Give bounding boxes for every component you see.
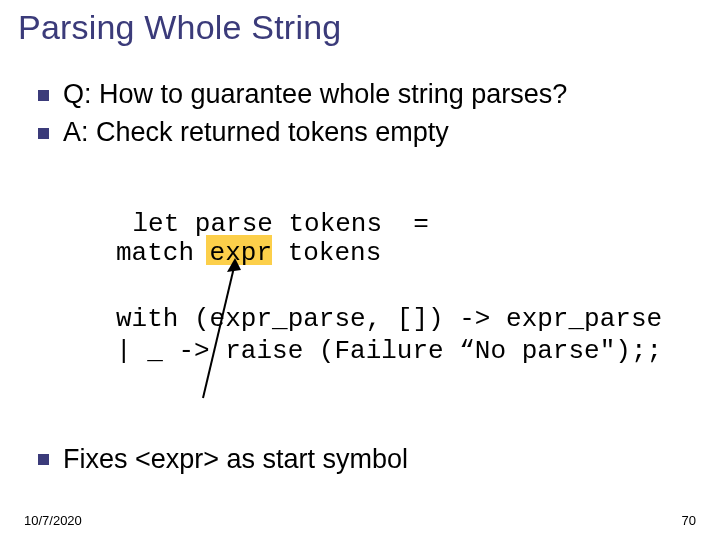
qa-bullets: Q: How to guarantee whole string parses?… [38, 76, 678, 153]
closing-bullet: Fixes <expr> as start symbol [38, 444, 408, 475]
svg-line-0 [203, 263, 235, 398]
svg-marker-1 [227, 258, 241, 272]
bullet-question: Q: How to guarantee whole string parses? [38, 76, 678, 112]
bullet-square-icon [38, 90, 49, 101]
footer-date: 10/7/2020 [24, 513, 82, 528]
slide-title: Parsing Whole String [18, 8, 341, 47]
bullet-answer-text: A: Check returned tokens empty [63, 114, 449, 150]
closing-text: Fixes <expr> as start symbol [63, 444, 408, 475]
arrow-icon [185, 258, 255, 408]
bullet-answer: A: Check returned tokens empty [38, 114, 678, 150]
code-line-1: let parse tokens = [132, 209, 428, 239]
slide: Parsing Whole String Q: How to guarantee… [0, 0, 720, 540]
footer-page-number: 70 [682, 513, 696, 528]
bullet-square-icon [38, 128, 49, 139]
bullet-square-icon [38, 454, 49, 465]
bullet-question-text: Q: How to guarantee whole string parses? [63, 76, 567, 112]
